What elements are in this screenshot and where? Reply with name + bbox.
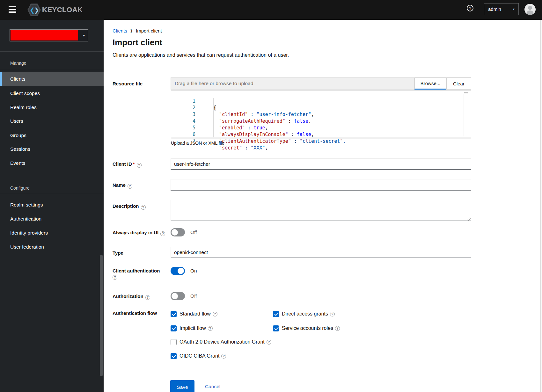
help-icon[interactable]: ? [113, 275, 117, 280]
help-icon[interactable]: ? [145, 295, 150, 300]
description-label: Description? [113, 203, 167, 210]
page-title: Import client [113, 38, 162, 47]
description-textarea[interactable] [171, 200, 471, 221]
brand-wordmark: KEYCLOAK [42, 6, 83, 14]
name-label: Name? [113, 182, 167, 189]
checkbox-implicit-flow: Implicit flow ? [171, 325, 213, 331]
breadcrumb: Clients ❯ Import client [113, 28, 162, 33]
direct-access-grants-checkbox[interactable] [273, 311, 279, 317]
help-icon[interactable]: ? [160, 231, 165, 236]
sidebar-scrollbar[interactable] [100, 255, 103, 376]
client-id-input[interactable] [171, 158, 471, 170]
file-upload-input[interactable] [171, 77, 414, 90]
help-icon[interactable]: ? [213, 312, 217, 316]
sidebar-item-authentication[interactable]: Authentication [0, 212, 104, 226]
checkbox-direct-access-grants: Direct access grants ? [273, 311, 335, 317]
sidebar-item-events[interactable]: Events [0, 156, 104, 170]
checkbox-oidc-ciba-grant: OIDC CIBA Grant ? [171, 353, 226, 359]
chevron-right-icon: ❯ [130, 29, 133, 33]
divider [0, 194, 104, 194]
help-icon[interactable]: ? [267, 340, 271, 345]
checkbox-service-accounts-roles: Service accounts roles ? [273, 325, 340, 331]
browse-button[interactable]: Browse... [414, 77, 446, 90]
help-icon[interactable]: ? [467, 5, 473, 11]
menu-icon[interactable] [9, 6, 16, 13]
required-asterisk: * [133, 161, 135, 167]
breadcrumb-current: Import client [136, 28, 162, 33]
section-title-manage: Manage [10, 61, 26, 66]
divider [0, 70, 104, 70]
always-display-state: Off [190, 228, 197, 236]
sidebar-item-users[interactable]: Users [0, 114, 104, 128]
service-accounts-roles-checkbox[interactable] [273, 325, 279, 331]
help-icon[interactable]: ? [221, 354, 226, 359]
page-scrollbar[interactable] [540, 20, 542, 392]
sidebar-item-groups[interactable]: Groups [0, 128, 104, 142]
oidc-ciba-grant-checkbox[interactable] [171, 353, 177, 359]
checkbox-standard-flow: Standard flow ? [171, 311, 217, 317]
top-bar: ❮❯ KEYCLOAK ? admin ▾ [0, 0, 542, 20]
chevron-down-icon: ▾ [513, 7, 515, 11]
editor-scroll-divider [464, 94, 464, 136]
oauth-device-grant-checkbox[interactable] [171, 339, 177, 345]
client-id-label: Client ID*? [113, 161, 167, 168]
help-icon[interactable]: ? [128, 184, 132, 189]
help-icon[interactable]: ? [208, 326, 213, 331]
keycloak-logo[interactable]: ❮❯ KEYCLOAK [27, 3, 83, 17]
always-display-toggle[interactable] [171, 228, 185, 236]
authorization-state: Off [190, 292, 197, 300]
clear-button[interactable]: Clear [446, 77, 471, 90]
authorization-label: Authorization? [113, 294, 167, 300]
type-input[interactable] [171, 247, 471, 258]
editor-horizontal-scrollbar[interactable] [171, 137, 471, 139]
avatar[interactable] [524, 4, 536, 15]
standard-flow-checkbox[interactable] [171, 311, 177, 317]
client-authentication-toggle[interactable] [171, 267, 185, 275]
keycloak-hexagon-icon: ❮❯ [27, 3, 41, 17]
always-display-label: Always display in UI? [113, 230, 167, 236]
upload-helper-text: Upload a JSON or XML file [171, 141, 224, 146]
authorization-toggle[interactable] [171, 292, 185, 300]
checkbox-oauth-device-grant: OAuth 2.0 Device Authorization Grant ? [171, 339, 271, 345]
sidebar-item-identity-providers[interactable]: Identity providers [0, 226, 104, 240]
cancel-link[interactable]: Cancel [205, 384, 220, 389]
divider [0, 51, 104, 52]
help-icon[interactable]: ? [330, 312, 335, 316]
sidebar-item-realm-roles[interactable]: Realm roles [0, 100, 104, 114]
sidebar-item-client-scopes[interactable]: Client scopes [0, 86, 104, 100]
sidebar-item-realm-settings[interactable]: Realm settings [0, 198, 104, 212]
breadcrumb-clients-link[interactable]: Clients [113, 28, 127, 33]
chevron-down-icon: ▾ [83, 33, 85, 38]
sidebar-item-sessions[interactable]: Sessions [0, 142, 104, 156]
type-label: Type [113, 250, 167, 256]
realm-name-redacted [11, 30, 78, 40]
save-button[interactable]: Save [170, 380, 194, 392]
help-icon[interactable]: ? [141, 205, 146, 210]
realm-selector[interactable]: ▾ [10, 29, 88, 41]
sidebar-item-user-federation[interactable]: User federation [0, 240, 104, 254]
code-editor[interactable]: 1 { 2 "clientId" : "user-info-fetcher", … [171, 90, 471, 139]
name-input[interactable] [171, 179, 471, 191]
page-subtitle: Clients are applications and services th… [113, 52, 289, 58]
help-icon[interactable]: ? [137, 163, 142, 168]
sidebar: ▾ Manage Clients Client scopes Realm rol… [0, 20, 104, 392]
resource-file-label: Resource file [113, 81, 167, 86]
client-authentication-label: Client authentication [113, 268, 167, 273]
sidebar-item-clients[interactable]: Clients [0, 72, 104, 86]
user-dropdown[interactable]: admin ▾ [484, 3, 519, 15]
help-icon[interactable]: ? [335, 326, 340, 331]
client-authentication-state: On [190, 267, 197, 275]
section-title-configure: Configure [10, 185, 30, 191]
editor-vertical-scrollbar[interactable] [464, 92, 468, 93]
user-name: admin [488, 6, 501, 12]
main-content: Clients ❯ Import client Import client Cl… [104, 20, 542, 392]
implicit-flow-checkbox[interactable] [171, 325, 177, 331]
authentication-flow-label: Authentication flow [113, 310, 167, 316]
